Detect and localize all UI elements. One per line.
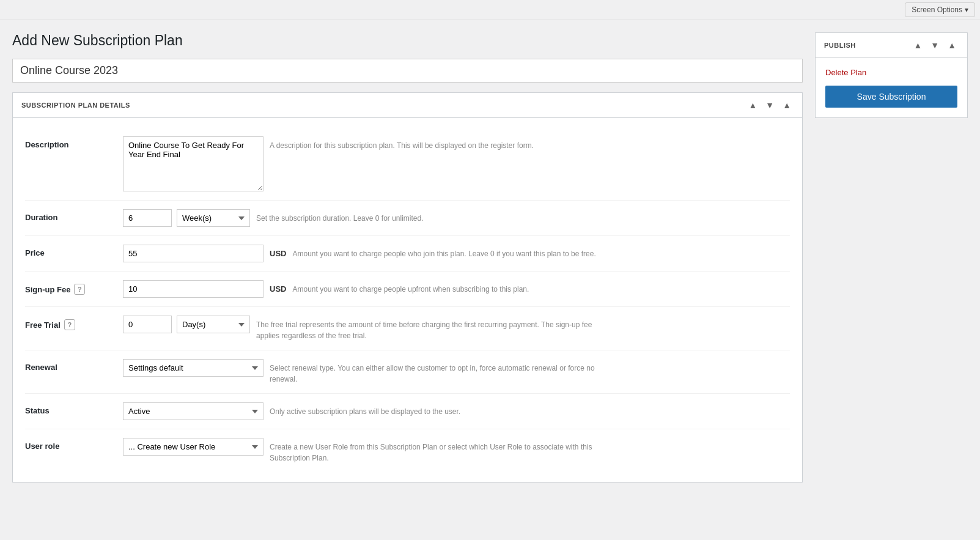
free-trial-help: The free trial represents the amount of … [256, 316, 611, 341]
status-control-area: Active Inactive Only active subscription… [123, 402, 790, 420]
publish-expand-button[interactable]: ▲ [945, 39, 959, 51]
free-trial-inline-group: Day(s) Week(s) Month(s) Year(s) [123, 316, 250, 333]
renewal-select[interactable]: Settings default Opt-in Force automatic … [123, 359, 263, 377]
duration-inline-group: Day(s) Week(s) Month(s) Year(s) [123, 209, 250, 227]
signup-fee-label: Sign-up Fee ? [25, 280, 123, 295]
user-role-control-area: ... Create new User Role Create a new Us… [123, 438, 790, 464]
duration-label: Duration [25, 209, 123, 222]
metabox-collapse-down-button[interactable]: ▼ [763, 99, 776, 111]
price-row: Price USD Amount you want to charge peop… [25, 236, 790, 272]
status-label: Status [25, 402, 123, 415]
description-textarea[interactable]: Online Course To Get Ready For Year End … [123, 136, 263, 191]
duration-unit-select[interactable]: Day(s) Week(s) Month(s) Year(s) [177, 209, 250, 227]
publish-collapse-up-button[interactable]: ▲ [911, 39, 924, 51]
screen-options-chevron: ▾ [965, 6, 968, 14]
free-trial-value-input[interactable] [123, 316, 172, 333]
signup-fee-input[interactable] [123, 280, 263, 298]
publish-title: PUBLISH [824, 42, 856, 49]
renewal-row: Renewal Settings default Opt-in Force au… [25, 350, 790, 394]
free-trial-help-icon[interactable]: ? [64, 319, 75, 330]
metabox-body: Description Online Course To Get Ready F… [13, 118, 802, 482]
user-role-select[interactable]: ... Create new User Role [123, 438, 263, 456]
page-title: Add New Subscription Plan [12, 32, 803, 49]
free-trial-control-area: Day(s) Week(s) Month(s) Year(s) The free… [123, 316, 790, 341]
signup-fee-help-icon[interactable]: ? [74, 284, 85, 295]
price-control-area: USD Amount you want to charge people who… [123, 245, 790, 262]
sidebar: PUBLISH ▲ ▼ ▲ Delete Plan Save Subscript… [815, 32, 968, 492]
user-role-row: User role ... Create new User Role Creat… [25, 429, 790, 472]
screen-options-label: Screen Options [912, 6, 962, 14]
signup-fee-control-area: USD Amount you want to charge people upf… [123, 280, 790, 298]
metabox-header: SUBSCRIPTION PLAN DETAILS ▲ ▼ ▲ [13, 93, 802, 118]
user-role-label: User role [25, 438, 123, 451]
publish-controls: ▲ ▼ ▲ [911, 39, 959, 51]
metabox-title: SUBSCRIPTION PLAN DETAILS [21, 102, 130, 109]
free-trial-unit-select[interactable]: Day(s) Week(s) Month(s) Year(s) [177, 316, 250, 333]
publish-header: PUBLISH ▲ ▼ ▲ [816, 33, 967, 58]
free-trial-label: Free Trial ? [25, 316, 123, 330]
save-subscription-button[interactable]: Save Subscription [825, 86, 957, 108]
duration-row: Duration Day(s) Week(s) Month(s) Year(s) [25, 201, 790, 236]
renewal-control-area: Settings default Opt-in Force automatic … [123, 359, 790, 385]
renewal-label: Renewal [25, 359, 123, 372]
main-content: Add New Subscription Plan SUBSCRIPTION P… [12, 32, 803, 492]
signup-fee-currency: USD [270, 280, 286, 294]
status-help: Only active subscription plans will be d… [270, 402, 460, 417]
description-help: A description for this subscription plan… [270, 136, 534, 151]
renewal-help: Select renewal type. You can either allo… [270, 359, 624, 385]
user-role-help: Create a new User Role from this Subscri… [270, 438, 624, 464]
free-trial-row: Free Trial ? Day(s) Week(s) Month(s) Yea… [25, 307, 790, 350]
price-currency: USD [270, 245, 286, 258]
delete-plan-link[interactable]: Delete Plan [825, 68, 957, 77]
description-control-area: Online Course To Get Ready For Year End … [123, 136, 790, 191]
price-label: Price [25, 245, 123, 257]
status-row: Status Active Inactive Only active subsc… [25, 394, 790, 429]
signup-fee-row: Sign-up Fee ? USD Amount you want to cha… [25, 272, 790, 307]
price-help: Amount you want to charge people who joi… [292, 245, 595, 259]
duration-control-area: Day(s) Week(s) Month(s) Year(s) Set the … [123, 209, 790, 227]
publish-box: PUBLISH ▲ ▼ ▲ Delete Plan Save Subscript… [815, 32, 968, 118]
plan-title-input[interactable] [12, 59, 803, 83]
metabox-expand-button[interactable]: ▲ [780, 99, 794, 111]
price-input[interactable] [123, 245, 263, 262]
duration-value-input[interactable] [123, 209, 172, 227]
metabox-controls: ▲ ▼ ▲ [746, 99, 794, 111]
description-label: Description [25, 136, 123, 149]
screen-options-button[interactable]: Screen Options ▾ [905, 2, 975, 17]
subscription-details-metabox: SUBSCRIPTION PLAN DETAILS ▲ ▼ ▲ Descript… [12, 92, 803, 483]
status-select[interactable]: Active Inactive [123, 402, 263, 420]
metabox-collapse-up-button[interactable]: ▲ [746, 99, 759, 111]
publish-collapse-down-button[interactable]: ▼ [928, 39, 941, 51]
signup-fee-help: Amount you want to charge people upfront… [292, 280, 529, 295]
duration-help: Set the subscription duration. Leave 0 f… [256, 209, 424, 224]
description-row: Description Online Course To Get Ready F… [25, 128, 790, 201]
publish-body: Delete Plan Save Subscription [816, 58, 967, 117]
